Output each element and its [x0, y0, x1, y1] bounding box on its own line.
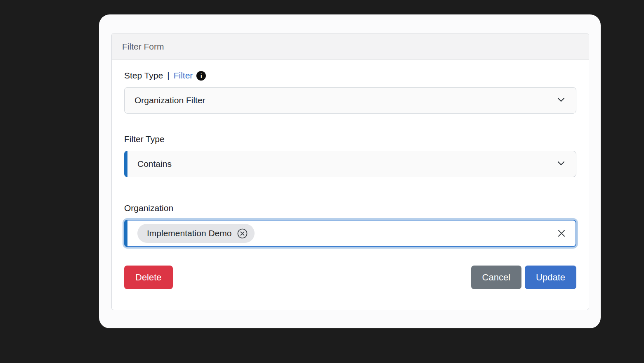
- button-row: Delete Cancel Update: [124, 266, 576, 289]
- chevron-down-icon: [556, 158, 566, 170]
- card-body: Step Type | Filter i Organization Filter…: [112, 60, 589, 310]
- filter-type-label: Filter Type: [124, 134, 165, 144]
- cancel-button[interactable]: Cancel: [471, 266, 521, 289]
- info-icon-glyph: i: [201, 72, 202, 79]
- card-header: Filter Form: [112, 33, 589, 60]
- chip-label: Implementation Demo: [147, 228, 231, 238]
- update-button[interactable]: Update: [525, 266, 576, 289]
- info-icon[interactable]: i: [196, 71, 206, 81]
- step-type-select[interactable]: Organization Filter: [124, 87, 576, 114]
- accent-bar: [124, 151, 127, 177]
- filter-form-card: Filter Form Step Type | Filter i Organiz…: [111, 33, 589, 310]
- organization-multiselect[interactable]: Implementation Demo: [124, 220, 576, 247]
- filter-type-select[interactable]: Contains: [124, 151, 576, 177]
- filter-type-selected-value: Contains: [137, 159, 172, 169]
- delete-button[interactable]: Delete: [124, 266, 173, 289]
- filter-link[interactable]: Filter: [174, 71, 193, 81]
- organization-label: Organization: [124, 203, 173, 213]
- step-type-label-row: Step Type | Filter i: [124, 71, 576, 81]
- accent-bar: [124, 220, 127, 247]
- filter-type-label-row: Filter Type: [124, 134, 576, 144]
- step-type-selected-value: Organization Filter: [134, 95, 205, 105]
- chevron-down-icon: [556, 95, 566, 107]
- card-title: Filter Form: [122, 42, 164, 52]
- label-separator: |: [167, 71, 169, 81]
- organization-chip: Implementation Demo: [137, 224, 255, 243]
- step-type-label: Step Type: [124, 71, 163, 81]
- clear-selection-icon[interactable]: [557, 228, 566, 238]
- modal-panel: Filter Form Step Type | Filter i Organiz…: [99, 14, 601, 328]
- chip-remove-icon[interactable]: [237, 228, 248, 239]
- organization-label-row: Organization: [124, 203, 576, 213]
